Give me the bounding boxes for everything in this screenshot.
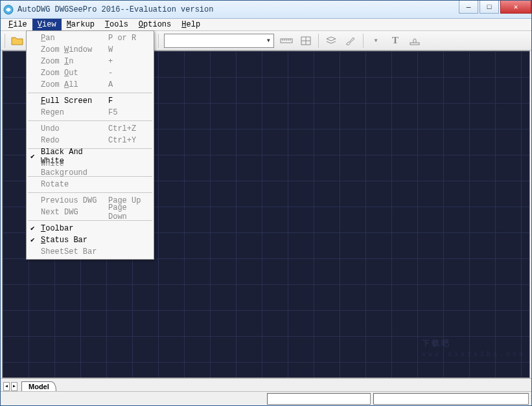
- menu-item-toolbar[interactable]: ✔Toolbar: [27, 223, 154, 234]
- menu-help[interactable]: Help: [176, 19, 205, 30]
- minimize-button[interactable]: —: [459, 1, 478, 14]
- menu-tools[interactable]: Tools: [100, 19, 133, 30]
- menu-item-next-dwg[interactable]: Next DWGPage Down: [27, 207, 154, 218]
- measure-area-icon[interactable]: [299, 34, 313, 48]
- window-title: AutoDWG DWGSeePro 2016--Evaluation versi…: [17, 5, 529, 14]
- layer-combo[interactable]: [164, 34, 274, 48]
- menu-item-sheetset-bar[interactable]: SheetSet Bar: [27, 246, 154, 258]
- menu-separator: [28, 93, 152, 93]
- menu-view[interactable]: View: [32, 19, 62, 30]
- menu-item-pan[interactable]: PanP or R: [27, 32, 154, 44]
- menu-separator: [28, 120, 152, 121]
- measure-icon[interactable]: [279, 34, 294, 48]
- app-icon: [3, 5, 14, 15]
- menu-separator: [28, 192, 152, 193]
- menu-item-white-background[interactable]: White Background: [27, 163, 154, 174]
- text-icon[interactable]: T: [388, 34, 402, 48]
- menu-item-status-bar[interactable]: ✔Status Bar: [27, 234, 154, 246]
- svg-rect-16: [410, 43, 419, 45]
- maximize-button[interactable]: □: [480, 1, 499, 14]
- toolbar-separator: [318, 34, 319, 48]
- menu-item-zoom-all[interactable]: Zoom AllA: [27, 79, 154, 91]
- tab-prev-button[interactable]: ◂: [3, 382, 10, 391]
- menu-item-undo[interactable]: UndoCtrl+Z: [27, 123, 154, 135]
- open-file-icon[interactable]: [10, 34, 25, 48]
- tab-nav: ◂ ▸: [3, 382, 17, 391]
- menubar: FileViewMarkupToolsOptionsHelp: [1, 19, 531, 31]
- status-pane-1: [267, 393, 371, 405]
- tab-model[interactable]: Model: [21, 381, 56, 391]
- stamp-icon[interactable]: [408, 34, 422, 48]
- menu-item-zoom-in[interactable]: Zoom In+: [27, 56, 154, 67]
- window-controls: — □ ✕: [459, 1, 531, 14]
- close-button[interactable]: ✕: [500, 1, 531, 14]
- tab-next-button[interactable]: ▸: [11, 382, 17, 391]
- view-menu-dropdown: PanP or RZoom WindowWZoom In+Zoom Out-Zo…: [26, 30, 154, 260]
- menu-item-regen[interactable]: RegenF5: [27, 107, 154, 118]
- toolbar-separator: [158, 34, 159, 48]
- menu-item-zoom-out[interactable]: Zoom Out-: [27, 67, 154, 79]
- toolbar-separator: [363, 34, 364, 48]
- menu-options[interactable]: Options: [133, 19, 176, 30]
- toolbar-separator: [5, 34, 5, 48]
- model-tabs-row: ◂ ▸ Model: [1, 378, 531, 391]
- menu-item-rotate[interactable]: Rotate: [27, 179, 154, 190]
- titlebar: AutoDWG DWGSeePro 2016--Evaluation versi…: [1, 1, 531, 19]
- status-pane-2: [373, 393, 529, 405]
- menu-markup[interactable]: Markup: [62, 19, 100, 30]
- brush-icon[interactable]: [343, 34, 358, 48]
- arrow-down-icon[interactable]: ▾: [369, 34, 383, 48]
- menu-item-redo[interactable]: RedoCtrl+Y: [27, 135, 154, 146]
- menu-item-full-screen[interactable]: Full ScreenF: [27, 95, 154, 107]
- watermark: 下载吧 www.xiazaiba.com: [422, 331, 526, 358]
- statusbar: [1, 391, 531, 405]
- menu-item-zoom-window[interactable]: Zoom WindowW: [27, 44, 154, 56]
- layers-icon[interactable]: [324, 34, 338, 48]
- menu-file[interactable]: File: [3, 19, 32, 30]
